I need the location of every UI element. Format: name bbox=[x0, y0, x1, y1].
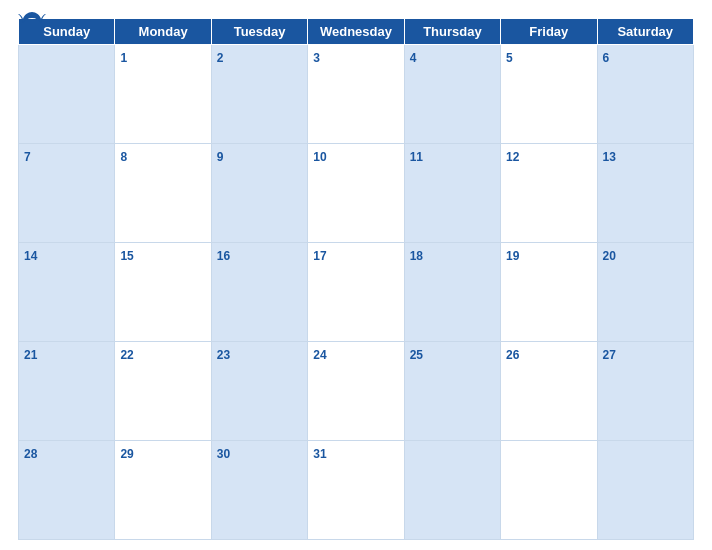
day-number: 29 bbox=[120, 447, 133, 461]
calendar-cell: 2 bbox=[211, 45, 307, 144]
day-number: 25 bbox=[410, 348, 423, 362]
calendar-cell: 1 bbox=[115, 45, 211, 144]
calendar-cell: 21 bbox=[19, 342, 115, 441]
calendar-cell: 10 bbox=[308, 144, 404, 243]
calendar-cell: 14 bbox=[19, 243, 115, 342]
day-number: 11 bbox=[410, 150, 423, 164]
weekday-header-friday: Friday bbox=[501, 19, 597, 45]
day-number: 2 bbox=[217, 51, 224, 65]
day-number: 16 bbox=[217, 249, 230, 263]
day-number: 12 bbox=[506, 150, 519, 164]
calendar-cell: 28 bbox=[19, 441, 115, 540]
day-number: 9 bbox=[217, 150, 224, 164]
day-number: 23 bbox=[217, 348, 230, 362]
day-number: 3 bbox=[313, 51, 320, 65]
calendar-week-4: 21222324252627 bbox=[19, 342, 694, 441]
weekday-header-saturday: Saturday bbox=[597, 19, 693, 45]
day-number: 4 bbox=[410, 51, 417, 65]
weekday-header-tuesday: Tuesday bbox=[211, 19, 307, 45]
calendar-cell: 7 bbox=[19, 144, 115, 243]
calendar-week-3: 14151617181920 bbox=[19, 243, 694, 342]
day-number: 8 bbox=[120, 150, 127, 164]
day-number: 6 bbox=[603, 51, 610, 65]
day-number: 26 bbox=[506, 348, 519, 362]
day-number: 15 bbox=[120, 249, 133, 263]
day-number: 10 bbox=[313, 150, 326, 164]
day-number: 1 bbox=[120, 51, 127, 65]
day-number: 31 bbox=[313, 447, 326, 461]
calendar-cell: 18 bbox=[404, 243, 500, 342]
weekday-header-row: SundayMondayTuesdayWednesdayThursdayFrid… bbox=[19, 19, 694, 45]
calendar-cell: 30 bbox=[211, 441, 307, 540]
calendar-week-2: 78910111213 bbox=[19, 144, 694, 243]
calendar-cell: 11 bbox=[404, 144, 500, 243]
day-number: 24 bbox=[313, 348, 326, 362]
calendar-cell: 22 bbox=[115, 342, 211, 441]
calendar-cell: 23 bbox=[211, 342, 307, 441]
day-number: 28 bbox=[24, 447, 37, 461]
calendar-cell bbox=[404, 441, 500, 540]
calendar-table: SundayMondayTuesdayWednesdayThursdayFrid… bbox=[18, 18, 694, 540]
day-number: 21 bbox=[24, 348, 37, 362]
calendar-cell: 13 bbox=[597, 144, 693, 243]
calendar-cell: 24 bbox=[308, 342, 404, 441]
day-number: 20 bbox=[603, 249, 616, 263]
calendar-cell: 17 bbox=[308, 243, 404, 342]
logo bbox=[18, 10, 48, 26]
calendar-body: 1234567891011121314151617181920212223242… bbox=[19, 45, 694, 540]
day-number: 27 bbox=[603, 348, 616, 362]
day-number: 13 bbox=[603, 150, 616, 164]
calendar-cell: 4 bbox=[404, 45, 500, 144]
calendar-cell: 20 bbox=[597, 243, 693, 342]
calendar-cell bbox=[501, 441, 597, 540]
logo-bird-icon bbox=[18, 10, 46, 26]
calendar-cell: 6 bbox=[597, 45, 693, 144]
day-number: 17 bbox=[313, 249, 326, 263]
day-number: 5 bbox=[506, 51, 513, 65]
calendar-cell: 19 bbox=[501, 243, 597, 342]
calendar-cell: 8 bbox=[115, 144, 211, 243]
calendar-cell: 27 bbox=[597, 342, 693, 441]
day-number: 18 bbox=[410, 249, 423, 263]
calendar-cell bbox=[597, 441, 693, 540]
calendar-cell: 26 bbox=[501, 342, 597, 441]
calendar-cell: 12 bbox=[501, 144, 597, 243]
calendar-header bbox=[18, 10, 694, 14]
day-number: 7 bbox=[24, 150, 31, 164]
calendar-cell: 16 bbox=[211, 243, 307, 342]
day-number: 19 bbox=[506, 249, 519, 263]
calendar-cell: 9 bbox=[211, 144, 307, 243]
calendar-week-5: 28293031 bbox=[19, 441, 694, 540]
calendar-cell: 15 bbox=[115, 243, 211, 342]
weekday-header-monday: Monday bbox=[115, 19, 211, 45]
calendar-cell: 25 bbox=[404, 342, 500, 441]
calendar-cell: 29 bbox=[115, 441, 211, 540]
calendar-cell: 3 bbox=[308, 45, 404, 144]
weekday-header-thursday: Thursday bbox=[404, 19, 500, 45]
weekday-header-wednesday: Wednesday bbox=[308, 19, 404, 45]
calendar-cell: 31 bbox=[308, 441, 404, 540]
day-number: 14 bbox=[24, 249, 37, 263]
day-number: 22 bbox=[120, 348, 133, 362]
calendar-cell: 5 bbox=[501, 45, 597, 144]
calendar-week-1: 123456 bbox=[19, 45, 694, 144]
calendar-cell bbox=[19, 45, 115, 144]
day-number: 30 bbox=[217, 447, 230, 461]
